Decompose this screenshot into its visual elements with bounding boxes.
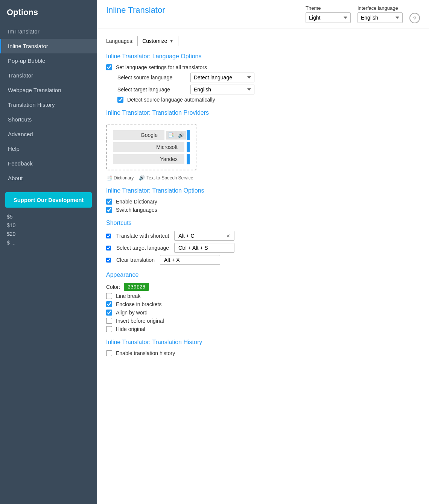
theme-select[interactable]: Light Dark bbox=[306, 12, 351, 23]
enable-history-checkbox[interactable] bbox=[106, 350, 112, 356]
shortcut-clear-checkbox[interactable] bbox=[106, 258, 111, 263]
section-language-options-heading: Inline Translator: Language Options bbox=[106, 53, 420, 60]
source-language-select[interactable]: Detect language English Spanish bbox=[190, 73, 254, 82]
customize-arrow-icon: ▼ bbox=[169, 39, 173, 43]
section-appearance-heading: Appearance bbox=[106, 272, 420, 278]
sidebar-item-advanced[interactable]: Advanced bbox=[0, 127, 97, 141]
sidebar-item-about[interactable]: About bbox=[0, 171, 97, 185]
help-circle-button[interactable]: ? bbox=[409, 13, 420, 23]
target-language-label: Select target language bbox=[117, 87, 185, 93]
hide-checkbox[interactable] bbox=[106, 326, 112, 332]
providers-box: Google 📑 🔊 Microsoft Yandex bbox=[106, 124, 196, 170]
enable-dictionary-checkbox[interactable] bbox=[106, 199, 112, 205]
enable-history-row: Enable translation history bbox=[106, 350, 420, 356]
switch-languages-row: Switch languages bbox=[106, 207, 420, 213]
shortcut-row-translate: Translate with shortcut Alt + C ✕ bbox=[106, 231, 420, 241]
hide-label: Hide original bbox=[116, 326, 145, 332]
shortcut-target-checkbox[interactable] bbox=[106, 246, 111, 250]
provider-bar-microsoft bbox=[187, 142, 190, 152]
enable-dictionary-label: Enable Dictionary bbox=[116, 199, 157, 205]
target-language-row: Select target language English Spanish F… bbox=[117, 85, 420, 94]
sidebar-donation-dollar5[interactable]: $5 bbox=[7, 213, 90, 220]
switch-languages-checkbox[interactable] bbox=[106, 207, 112, 213]
shortcut-translate-label: Translate with shortcut bbox=[116, 233, 169, 239]
target-language-select[interactable]: English Spanish French bbox=[190, 85, 254, 94]
insert-checkbox[interactable] bbox=[106, 318, 112, 324]
shortcut-target-input[interactable]: Ctrl + Alt + S bbox=[174, 243, 234, 253]
appearance-align-row: Align by word bbox=[106, 310, 420, 316]
main-header: Inline Translator Theme Light Dark Inter… bbox=[97, 0, 429, 29]
linebreak-label: Line break bbox=[116, 293, 140, 299]
switch-languages-label: Switch languages bbox=[116, 207, 157, 213]
shortcut-translate-clear-icon[interactable]: ✕ bbox=[226, 233, 230, 239]
theme-control-group: Theme Light Dark bbox=[306, 5, 351, 23]
detect-auto-row: Detect source language automatically bbox=[117, 97, 420, 103]
shortcut-row-clear: Clear translation Alt + X bbox=[106, 255, 420, 265]
provider-icons-google: 📑 🔊 bbox=[166, 131, 186, 140]
sidebar-item-feedback[interactable]: Feedback bbox=[0, 156, 97, 171]
shortcut-clear-value: Alt + X bbox=[164, 257, 180, 263]
set-language-row: Set language settings for all translator… bbox=[106, 64, 420, 70]
support-development-button[interactable]: Support Our Development bbox=[5, 192, 92, 208]
interface-language-label: Interface language bbox=[358, 5, 403, 11]
sidebar-item-pop-up-bubble[interactable]: Pop-up Bubble bbox=[0, 53, 97, 68]
legend-dict-icon: 📑 bbox=[106, 175, 112, 181]
legend-tts-label: Text-to-Speech Service bbox=[146, 175, 193, 181]
sidebar-item-inline-translator[interactable]: Inline Translator bbox=[0, 39, 97, 53]
linebreak-checkbox[interactable] bbox=[106, 293, 112, 299]
sidebar-item-imtranslator[interactable]: ImTranslator bbox=[0, 24, 97, 39]
shortcut-row-target: Select target language Ctrl + Alt + S bbox=[106, 243, 420, 253]
provider-name-google: Google bbox=[113, 130, 164, 140]
sidebar-donation-dollar20[interactable]: $20 bbox=[7, 230, 90, 238]
main-area: Inline Translator Theme Light Dark Inter… bbox=[97, 0, 429, 504]
insert-label: Insert before original bbox=[116, 318, 164, 324]
appearance-linebreak-row: Line break bbox=[106, 293, 420, 299]
sidebar-item-help[interactable]: Help bbox=[0, 141, 97, 156]
set-language-checkbox[interactable] bbox=[106, 64, 112, 70]
interface-language-control-group: Interface language English French German bbox=[358, 5, 403, 23]
legend-dict: 📑 Dictionary bbox=[106, 175, 134, 181]
shortcut-target-value: Ctrl + Alt + S bbox=[178, 245, 208, 251]
sidebar-donation-dollar10[interactable]: $10 bbox=[7, 222, 90, 229]
section-translation-options-heading: Inline Translator: Translation Options bbox=[106, 187, 420, 194]
brackets-checkbox[interactable] bbox=[106, 301, 112, 307]
shortcut-clear-input[interactable]: Alt + X bbox=[160, 255, 220, 265]
section-providers-heading: Inline Translator: Translation Providers bbox=[106, 109, 420, 116]
header-controls: Theme Light Dark Interface language Engl… bbox=[306, 5, 420, 29]
sidebar-title: Options bbox=[0, 0, 97, 24]
customize-label: Customize bbox=[142, 38, 167, 44]
interface-language-select[interactable]: English French German bbox=[358, 12, 403, 23]
sidebar-nav: ImTranslatorInline TranslatorPop-up Bubb… bbox=[0, 24, 97, 185]
sidebar-item-translator[interactable]: Translator bbox=[0, 68, 97, 83]
sidebar-donation-dollar...[interactable]: $ ... bbox=[7, 239, 90, 246]
enable-dictionary-row: Enable Dictionary bbox=[106, 199, 420, 205]
shortcut-target-label: Select target language bbox=[116, 245, 169, 251]
appearance-brackets-row: Enclose in brackets bbox=[106, 301, 420, 307]
provider-bar-google bbox=[187, 130, 190, 140]
sidebar-item-translation-history[interactable]: Translation History bbox=[0, 97, 97, 112]
detect-auto-label: Detect source language automatically bbox=[127, 97, 215, 103]
provider-name-yandex: Yandex bbox=[113, 154, 184, 164]
appearance-insert-row: Insert before original bbox=[106, 318, 420, 324]
detect-auto-checkbox[interactable] bbox=[117, 97, 123, 103]
provider-row-microsoft: Microsoft bbox=[113, 142, 190, 152]
align-checkbox[interactable] bbox=[106, 310, 112, 316]
section-history-heading: Inline Translator: Translation History bbox=[106, 339, 420, 346]
brackets-label: Enclose in brackets bbox=[116, 301, 161, 307]
provider-name-microsoft: Microsoft bbox=[113, 142, 184, 152]
providers-legend: 📑 Dictionary 🔊 Text-to-Speech Service bbox=[106, 175, 420, 181]
enable-history-label: Enable translation history bbox=[116, 350, 175, 356]
set-language-label: Set language settings for all translator… bbox=[116, 64, 207, 70]
shortcut-translate-checkbox[interactable] bbox=[106, 234, 111, 238]
provider-tts-icon: 🔊 bbox=[176, 131, 186, 140]
provider-row-yandex: Yandex bbox=[113, 154, 190, 164]
provider-dict-icon: 📑 bbox=[166, 131, 176, 140]
shortcut-translate-input[interactable]: Alt + C ✕ bbox=[174, 231, 234, 241]
sidebar-item-webpage-translation[interactable]: Webpage Translation bbox=[0, 83, 97, 97]
languages-row: Languages: Customize ▼ bbox=[106, 36, 420, 46]
color-swatch[interactable]: 239E23 bbox=[124, 283, 149, 291]
color-row: Color: 239E23 bbox=[106, 283, 420, 291]
customize-button[interactable]: Customize ▼ bbox=[137, 36, 178, 46]
page-title: Inline Translator bbox=[106, 5, 165, 20]
sidebar-item-shortcuts[interactable]: Shortcuts bbox=[0, 112, 97, 127]
